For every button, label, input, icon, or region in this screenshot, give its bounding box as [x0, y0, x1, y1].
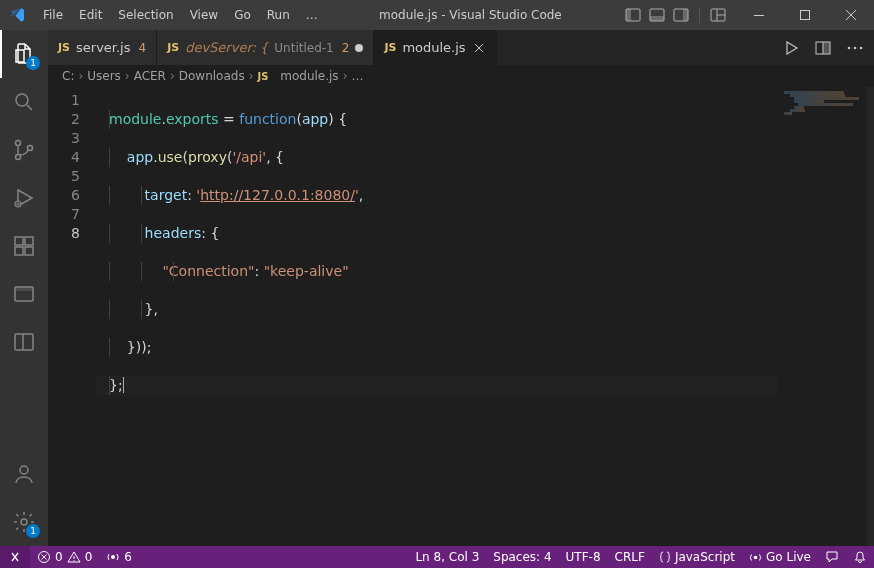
toggle-secondary-sidebar-icon[interactable] — [673, 7, 689, 23]
js-file-icon: JS — [257, 71, 268, 82]
svg-rect-22 — [15, 334, 33, 350]
status-go-live[interactable]: Go Live — [742, 546, 818, 568]
svg-point-24 — [20, 466, 28, 474]
minimap[interactable] — [778, 87, 874, 546]
tab-close-icon[interactable] — [472, 41, 486, 55]
search-icon[interactable] — [0, 78, 48, 126]
run-debug-icon[interactable] — [0, 174, 48, 222]
svg-point-29 — [848, 46, 851, 49]
menu-edit[interactable]: Edit — [71, 0, 110, 30]
tab-label: module.js — [402, 40, 465, 55]
svg-rect-21 — [15, 287, 33, 291]
svg-rect-9 — [754, 15, 764, 16]
explorer-icon[interactable]: 1 — [0, 30, 48, 78]
editor-actions — [772, 30, 874, 65]
svg-rect-17 — [15, 247, 23, 255]
broadcast-icon — [749, 551, 762, 564]
status-encoding[interactable]: UTF-8 — [559, 546, 608, 568]
code-content[interactable]: module.exports = function(app) { app.use… — [96, 87, 778, 546]
breadcrumb-item[interactable]: ACER — [134, 69, 166, 83]
settings-gear-icon[interactable]: 1 — [0, 498, 48, 546]
source-control-icon[interactable] — [0, 126, 48, 174]
svg-rect-10 — [801, 11, 810, 20]
svg-rect-3 — [650, 16, 664, 21]
tab-devserver[interactable]: JS devServer: { Untitled-1 2 — [157, 30, 374, 65]
menu-selection[interactable]: Selection — [110, 0, 181, 30]
error-icon — [37, 550, 51, 564]
status-eol[interactable]: CRLF — [608, 546, 652, 568]
menu-overflow[interactable]: … — [298, 0, 326, 30]
status-forwarded-ports[interactable]: 6 — [99, 546, 139, 568]
menu-go[interactable]: Go — [226, 0, 259, 30]
chevron-right-icon: › — [249, 69, 254, 83]
breadcrumb-item[interactable]: … — [351, 69, 363, 83]
svg-rect-5 — [683, 9, 688, 21]
tab-problems-count: 2 — [342, 41, 350, 55]
toggle-primary-sidebar-icon[interactable] — [625, 7, 641, 23]
svg-rect-1 — [626, 9, 631, 21]
title-bar: File Edit Selection View Go Run … module… — [0, 0, 874, 30]
chevron-right-icon: › — [125, 69, 130, 83]
menu-view[interactable]: View — [182, 0, 226, 30]
svg-rect-28 — [823, 42, 830, 54]
tab-server-js[interactable]: JS server.js 4 — [48, 30, 157, 65]
divider — [699, 7, 700, 23]
editor-group: JS server.js 4 JS devServer: { Untitled-… — [48, 30, 874, 546]
menu-run[interactable]: Run — [259, 0, 298, 30]
status-errors-warnings[interactable]: 0 0 — [30, 546, 99, 568]
breadcrumb-file[interactable]: JS module.js — [257, 69, 338, 83]
chevron-right-icon: › — [170, 69, 175, 83]
customize-layout-icon[interactable] — [710, 7, 726, 23]
extensions-icon[interactable] — [0, 222, 48, 270]
vscode-logo-icon — [0, 7, 35, 23]
chevron-right-icon: › — [343, 69, 348, 83]
svg-point-25 — [21, 519, 27, 525]
status-bar: 0 0 6 Ln 8, Col 3 Spaces: 4 UTF-8 CRLF J… — [0, 546, 874, 568]
svg-point-13 — [16, 155, 21, 160]
layout-controls — [615, 7, 736, 23]
layout-icon[interactable] — [0, 318, 48, 366]
breadcrumb-item[interactable]: Users — [87, 69, 121, 83]
window-title: module.js - Visual Studio Code — [326, 8, 615, 22]
status-language-mode[interactable]: JavaScript — [652, 546, 742, 568]
status-feedback-icon[interactable] — [818, 546, 846, 568]
braces-icon — [659, 551, 671, 563]
tab-label: server.js — [76, 40, 130, 55]
warning-icon — [67, 550, 81, 564]
tab-module-js[interactable]: JS module.js — [374, 30, 496, 65]
js-file-icon: JS — [167, 41, 179, 54]
svg-point-30 — [854, 46, 857, 49]
svg-rect-19 — [25, 237, 33, 245]
more-actions-icon[interactable] — [846, 39, 864, 57]
svg-point-35 — [111, 555, 115, 559]
explorer-badge: 1 — [26, 56, 40, 70]
window-icon[interactable] — [0, 270, 48, 318]
status-notifications-icon[interactable] — [846, 546, 874, 568]
maximize-button[interactable] — [782, 0, 828, 30]
run-file-icon[interactable] — [782, 39, 800, 57]
main-menu: File Edit Selection View Go Run … — [35, 0, 326, 30]
breadcrumb-item[interactable]: C: — [62, 69, 74, 83]
js-file-icon: JS — [384, 41, 396, 54]
status-cursor-position[interactable]: Ln 8, Col 3 — [408, 546, 486, 568]
window-controls — [736, 0, 874, 30]
split-editor-icon[interactable] — [814, 39, 832, 57]
svg-point-12 — [16, 141, 21, 146]
toggle-panel-icon[interactable] — [649, 7, 665, 23]
code-editor[interactable]: 1234 5678 module.exports = function(app)… — [48, 87, 874, 546]
svg-rect-18 — [25, 247, 33, 255]
breadcrumb-item[interactable]: Downloads — [179, 69, 245, 83]
status-remote[interactable] — [0, 546, 30, 568]
close-button[interactable] — [828, 0, 874, 30]
svg-point-14 — [28, 146, 33, 151]
accounts-icon[interactable] — [0, 450, 48, 498]
tab-label: devServer: { — [185, 40, 268, 55]
menu-file[interactable]: File — [35, 0, 71, 30]
status-indentation[interactable]: Spaces: 4 — [486, 546, 558, 568]
dirty-indicator-icon — [355, 44, 363, 52]
line-gutter: 1234 5678 — [48, 87, 96, 546]
minimize-button[interactable] — [736, 0, 782, 30]
text-cursor — [123, 377, 124, 393]
activity-bar: 1 1 — [0, 30, 48, 546]
svg-rect-16 — [15, 237, 23, 245]
